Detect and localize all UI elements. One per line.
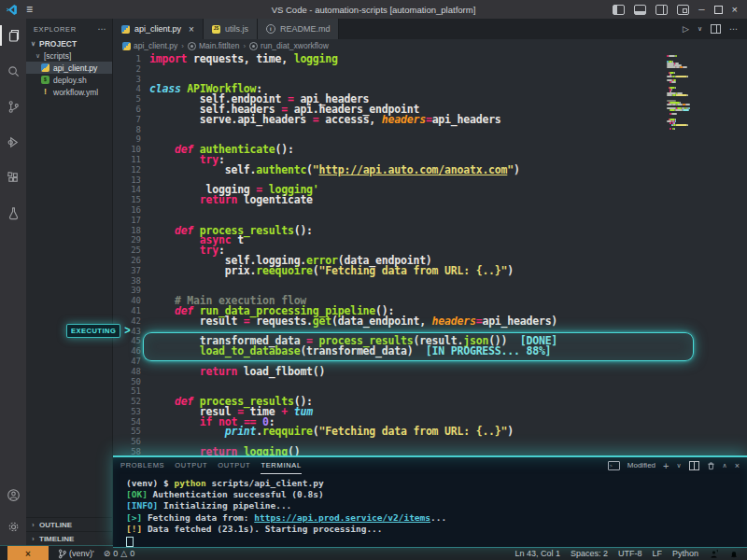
code-line[interactable]: 42 result = requests.get(data_endpoint, … [113, 316, 747, 327]
tab-close-icon[interactable]: × [189, 24, 194, 35]
sidebar-section-timeline[interactable]: ›TIMELINE [26, 531, 112, 545]
explorer-more-actions-icon[interactable]: ⋯ [97, 24, 106, 34]
line-number[interactable]: 50 [113, 377, 149, 387]
close-panel-icon[interactable]: × [735, 461, 740, 470]
maximize-button[interactable] [714, 6, 723, 14]
line-number[interactable]: 1 [113, 54, 149, 64]
close-button[interactable]: × [732, 5, 738, 15]
line-number[interactable]: 25 [113, 245, 149, 256]
line-number[interactable]: 11 [113, 155, 149, 165]
line-number[interactable]: 55 [113, 427, 149, 437]
breadcrumb-item-2[interactable]: run_diat_xworkflow [249, 41, 329, 50]
line-number[interactable]: 48 [113, 367, 149, 377]
code-line[interactable]: 8 [113, 125, 747, 135]
line-number[interactable]: 7 [113, 115, 149, 125]
line-number[interactable]: 56 [113, 437, 149, 447]
line-number[interactable]: 16 [113, 205, 149, 216]
status-item-lf[interactable]: LF [652, 549, 662, 558]
split-editor-icon[interactable] [711, 24, 721, 34]
panel-tab-terminal-3[interactable]: TERMINAL [261, 457, 302, 474]
panel-tab-output-2[interactable]: OUTPUT [218, 457, 250, 473]
line-number[interactable]: 9 [113, 134, 149, 145]
minimap[interactable] [667, 55, 695, 130]
line-number[interactable]: 40 [113, 296, 149, 306]
terminal-dropdown-icon[interactable]: ∨ [676, 462, 681, 469]
sidebar-section-project[interactable]: ∨ PROJECT [26, 37, 112, 49]
file-item-workflow.yml[interactable]: workflow.yml [26, 86, 112, 98]
tab-utils.js[interactable]: utils.js [204, 19, 258, 39]
more-actions-icon[interactable]: ⋯ [729, 24, 738, 34]
line-number[interactable]: 26 [113, 256, 149, 266]
breadcrumb-item-0[interactable]: api_client.py [122, 41, 177, 50]
line-number[interactable]: 5 [113, 94, 149, 105]
search-icon[interactable] [0, 60, 26, 82]
tab-api_client.py[interactable]: api_client.py× [113, 19, 204, 39]
line-number[interactable]: 8 [113, 125, 149, 135]
menu-icon[interactable]: ≡ [26, 4, 33, 15]
code-line[interactable]: 16 [113, 205, 747, 216]
extensions-icon[interactable] [0, 166, 26, 189]
panel-tab-output-1[interactable]: OUTPUT [175, 457, 207, 473]
explorer-icon[interactable] [0, 24, 26, 47]
panel-tab-problems-0[interactable]: PROBLEMS [120, 457, 164, 473]
code-line[interactable]: 50 [113, 377, 747, 387]
terminal-profile-icon[interactable]: > [608, 461, 620, 470]
customize-layout-icon[interactable] [677, 5, 689, 15]
code-line[interactable]: 12 self.authentc("http://api.auto.com/an… [113, 165, 747, 175]
line-number[interactable]: 46 [113, 346, 149, 357]
git-branch-indicator[interactable]: (venv)' [58, 549, 94, 559]
line-number[interactable]: 45 [113, 336, 149, 346]
line-number[interactable]: 10 [113, 145, 149, 155]
status-item-python[interactable]: Python [672, 549, 698, 558]
status-item-spaces[interactable]: Spaces: 2 [571, 549, 608, 558]
run-debug-icon[interactable] [0, 131, 26, 153]
source-control-icon[interactable] [0, 95, 26, 118]
minimize-button[interactable]: ─ [698, 6, 704, 14]
code-line[interactable]: 38 [113, 276, 747, 287]
sidebar-section-outline[interactable]: ›OUTLINE [26, 517, 112, 531]
code-line[interactable]: 15 return logenticate [113, 195, 747, 205]
file-item-api_client.py[interactable]: api_client.py [26, 62, 112, 74]
code-line[interactable]: 46 load_to_database(transformed_data) [I… [113, 346, 747, 357]
code-line[interactable]: 1import requests, time, logging [113, 54, 747, 64]
maximize-panel-icon[interactable]: ∧ [723, 462, 727, 469]
testing-icon[interactable] [0, 202, 26, 224]
line-number[interactable]: 41 [113, 306, 149, 316]
line-number[interactable]: 2 [113, 64, 149, 75]
split-terminal-icon[interactable] [689, 461, 699, 470]
line-number[interactable]: 12 [113, 165, 149, 175]
toggle-secondary-sidebar-icon[interactable] [655, 5, 668, 15]
toggle-panel-icon[interactable] [634, 5, 646, 15]
code-editor[interactable]: 1import requests, time, logging234class … [113, 52, 747, 455]
code-line[interactable]: 55 print.reqquire("Fetching data from UR… [113, 427, 747, 437]
line-number[interactable]: 47 [113, 357, 149, 367]
line-number[interactable]: 54 [113, 417, 149, 427]
breadcrumb-item-1[interactable]: Main.fittlten [188, 41, 239, 50]
line-number[interactable]: 15 [113, 195, 149, 205]
new-terminal-icon[interactable]: + [663, 460, 669, 471]
line-number[interactable]: 13 [113, 175, 149, 186]
kill-terminal-icon[interactable] [707, 461, 715, 470]
line-number[interactable]: 38 [113, 276, 149, 287]
line-number[interactable]: 6 [113, 105, 149, 115]
line-number[interactable]: 3 [113, 75, 149, 85]
run-dropdown-icon[interactable]: ∨ [698, 25, 702, 33]
line-number[interactable]: 51 [113, 386, 149, 397]
line-number[interactable]: 29 [113, 235, 149, 245]
status-item-utf8[interactable]: UTF-8 [618, 549, 642, 558]
code-line[interactable]: 48 return load_flbomt() [113, 367, 747, 377]
line-number[interactable]: 18 [113, 226, 149, 236]
status-item-ln[interactable]: Ln 43, Col 1 [514, 549, 560, 558]
code-line[interactable]: 7 serve.api_headers = accesss, headers=a… [113, 115, 747, 125]
line-number[interactable]: 52 [113, 397, 149, 407]
account-icon[interactable] [0, 483, 26, 506]
run-button[interactable]: ▷ [683, 24, 689, 34]
line-number[interactable]: 4 [113, 84, 149, 94]
line-number[interactable]: 17 [113, 216, 149, 226]
file-item-deploy.sh[interactable]: deploy.sh [26, 74, 112, 86]
settings-gear-icon[interactable] [0, 515, 26, 538]
line-number[interactable]: 14 [113, 185, 149, 195]
tab-README.md[interactable]: README.md [258, 19, 340, 39]
code-line[interactable]: 37 prix.reequoire("Fetching data from UR… [113, 266, 747, 276]
terminal-output[interactable]: (venv) $ python scripts/api_client.py[OK… [113, 473, 747, 550]
